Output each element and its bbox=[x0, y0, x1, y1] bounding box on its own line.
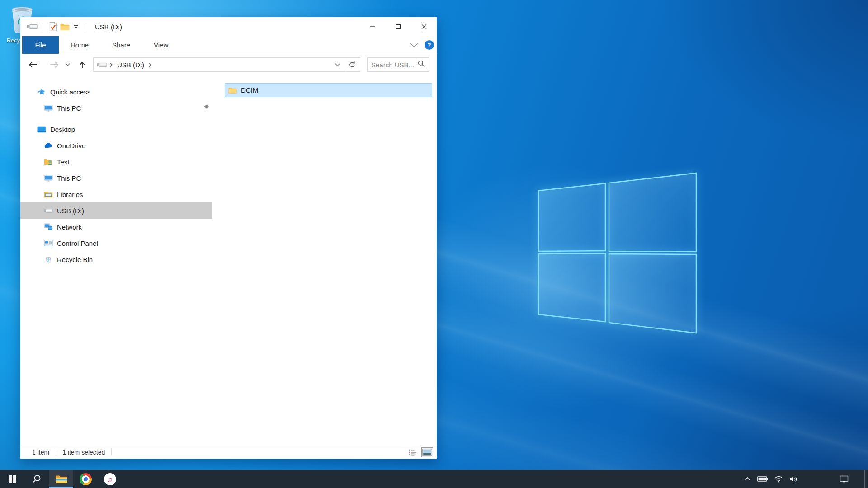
sidebar-item-desktop[interactable]: Desktop bbox=[20, 121, 212, 137]
file-name: DCIM bbox=[241, 86, 258, 94]
sidebar-item-test[interactable]: Test bbox=[20, 154, 212, 170]
tab-home[interactable]: Home bbox=[61, 36, 98, 54]
sidebar-item-this-pc[interactable]: This PC bbox=[20, 170, 212, 186]
address-bar-row: USB (D:) bbox=[20, 54, 437, 75]
navigation-pane: Quick access This PC Desktop bbox=[20, 75, 212, 446]
item-count: 1 item bbox=[32, 449, 49, 456]
details-view-button[interactable] bbox=[407, 447, 419, 457]
windows-logo bbox=[520, 158, 714, 348]
sidebar-item-recycle-bin[interactable]: Recycle Bin bbox=[20, 251, 212, 267]
help-button[interactable]: ? bbox=[425, 40, 434, 50]
wifi-icon[interactable] bbox=[771, 470, 786, 488]
taskbar-search-button[interactable] bbox=[24, 470, 49, 488]
hidden-icons-chevron-icon[interactable] bbox=[741, 470, 754, 488]
system-tray bbox=[741, 470, 868, 488]
taskbar: ♫ bbox=[0, 470, 868, 488]
search-icon[interactable] bbox=[418, 60, 425, 69]
tab-file[interactable]: File bbox=[22, 36, 59, 54]
selection-count: 1 item selected bbox=[62, 449, 105, 456]
sidebar-item-usb-drive[interactable]: USB (D:) bbox=[20, 202, 212, 219]
volume-icon[interactable] bbox=[786, 470, 801, 488]
file-explorer-icon bbox=[55, 474, 67, 484]
usb-drive-icon bbox=[44, 206, 53, 215]
up-button[interactable] bbox=[75, 54, 89, 75]
file-explorer-window: USB (D:) File Home Share View ? bbox=[20, 17, 437, 459]
address-dropdown-chevron-icon[interactable] bbox=[330, 58, 344, 71]
divider bbox=[43, 23, 43, 31]
address-bar[interactable]: USB (D:) bbox=[93, 57, 360, 72]
content-area: Quick access This PC Desktop bbox=[20, 75, 437, 446]
chrome-icon bbox=[80, 473, 92, 485]
sidebar-item-quick-access[interactable]: Quick access bbox=[20, 84, 212, 100]
divider bbox=[56, 449, 56, 456]
battery-icon[interactable] bbox=[754, 470, 771, 488]
usb-drive-icon bbox=[97, 62, 107, 67]
action-center-icon[interactable] bbox=[836, 470, 852, 488]
file-list-pane[interactable]: DCIM bbox=[212, 75, 437, 446]
minimize-button[interactable] bbox=[359, 17, 385, 36]
search-box[interactable] bbox=[367, 57, 429, 72]
itunes-icon: ♫ bbox=[104, 473, 116, 485]
onedrive-cloud-icon bbox=[44, 141, 53, 150]
divider bbox=[85, 23, 85, 31]
window-title: USB (D:) bbox=[95, 23, 122, 31]
sidebar-item-control-panel[interactable]: Control Panel bbox=[20, 235, 212, 251]
titlebar[interactable]: USB (D:) bbox=[20, 17, 437, 36]
taskbar-file-explorer-button[interactable] bbox=[49, 470, 73, 488]
sidebar-item-network[interactable]: Network bbox=[20, 219, 212, 235]
refresh-button[interactable] bbox=[344, 58, 360, 71]
user-folder-icon bbox=[44, 158, 53, 166]
monitor-icon bbox=[44, 104, 53, 112]
folder-icon bbox=[228, 87, 237, 94]
back-button[interactable] bbox=[27, 54, 39, 75]
tab-share[interactable]: Share bbox=[103, 36, 139, 54]
recent-locations-chevron-icon[interactable] bbox=[64, 54, 72, 75]
recycle-bin-icon bbox=[44, 255, 53, 263]
search-input[interactable] bbox=[371, 61, 418, 69]
usb-drive-window-icon bbox=[27, 24, 38, 29]
ribbon-tab-row: File Home Share View ? bbox=[20, 36, 437, 54]
close-button[interactable] bbox=[411, 17, 437, 36]
divider bbox=[111, 449, 112, 456]
breadcrumb-chevron-icon[interactable] bbox=[148, 62, 152, 67]
tab-view[interactable]: View bbox=[145, 36, 177, 54]
start-button[interactable] bbox=[0, 470, 24, 488]
properties-check-icon[interactable] bbox=[48, 22, 57, 32]
forward-button[interactable] bbox=[48, 54, 61, 75]
windows-start-icon bbox=[9, 475, 16, 483]
quick-access-star-icon bbox=[37, 88, 46, 96]
desktop-icon bbox=[37, 125, 46, 133]
sidebar-item-onedrive[interactable]: OneDrive bbox=[20, 137, 212, 154]
control-panel-icon bbox=[44, 239, 53, 247]
large-thumbnails-view-button[interactable] bbox=[421, 447, 433, 457]
breadcrumb-segment-usb[interactable]: USB (D:) bbox=[117, 61, 144, 69]
breadcrumb-chevron-icon[interactable] bbox=[109, 62, 113, 67]
maximize-button[interactable] bbox=[385, 17, 411, 36]
network-icon bbox=[44, 223, 53, 231]
file-item-dcim[interactable]: DCIM bbox=[225, 83, 432, 97]
sidebar-item-libraries[interactable]: Libraries bbox=[20, 186, 212, 202]
taskbar-itunes-button[interactable]: ♫ bbox=[98, 470, 122, 488]
expand-ribbon-chevron-icon[interactable] bbox=[410, 41, 418, 49]
taskbar-chrome-button[interactable] bbox=[73, 470, 98, 488]
monitor-icon bbox=[44, 174, 53, 182]
customize-quick-access-toolbar-dropdown[interactable] bbox=[73, 25, 79, 28]
sidebar-item-this-pc-pinned[interactable]: This PC bbox=[20, 100, 212, 116]
search-icon bbox=[32, 474, 41, 483]
status-bar: 1 item 1 item selected bbox=[20, 446, 437, 459]
new-folder-icon[interactable] bbox=[60, 23, 70, 31]
show-desktop-button[interactable] bbox=[864, 470, 868, 488]
libraries-folder-icon bbox=[44, 190, 53, 198]
pin-icon bbox=[203, 104, 209, 112]
